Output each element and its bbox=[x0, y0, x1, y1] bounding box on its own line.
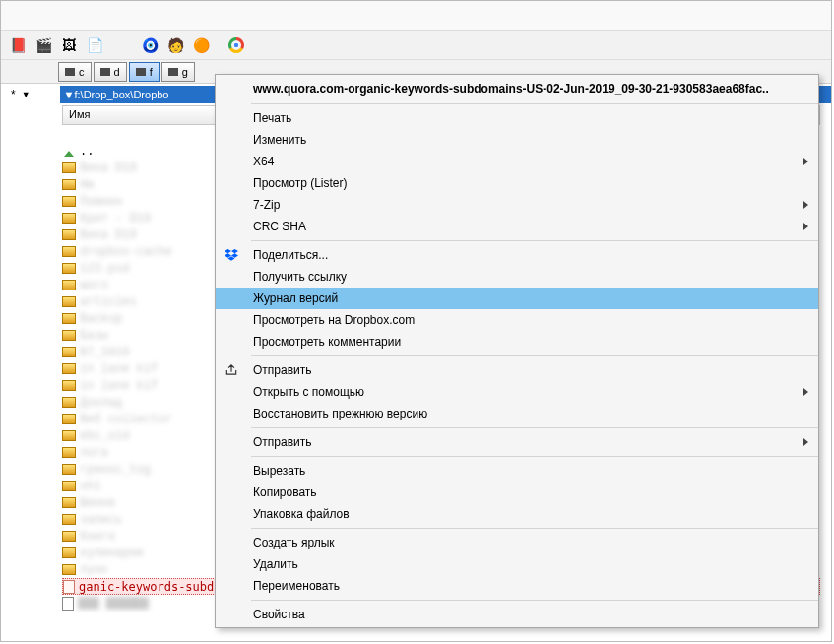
folder-icon bbox=[62, 531, 76, 542]
context-menu-item[interactable]: Просмотреть на Dropbox.com bbox=[216, 309, 818, 331]
toolbar-icon-1[interactable]: 🎬 bbox=[33, 35, 53, 55]
folder-icon bbox=[62, 514, 76, 525]
file-icon bbox=[62, 597, 74, 611]
context-menu-item[interactable]: Упаковка файлов bbox=[216, 503, 818, 525]
folder-icon bbox=[62, 497, 76, 508]
folder-name-blurred: ebc_old bbox=[80, 429, 198, 443]
toolbar: 📕 🎬 🖼 📄 🧿 🧑 🟠 bbox=[1, 31, 831, 60]
folder-icon bbox=[62, 246, 76, 257]
folder-icon bbox=[62, 280, 76, 290]
folder-icon bbox=[62, 430, 76, 441]
context-menu-item[interactable]: Восстановить прежнюю версию bbox=[216, 403, 818, 424]
submenu-arrow-icon bbox=[803, 388, 808, 396]
context-menu-separator bbox=[251, 355, 818, 356]
toolbar-icon-6[interactable]: 🟠 bbox=[191, 35, 211, 55]
folder-name-blurred: гренос_tog bbox=[80, 463, 198, 477]
folder-icon bbox=[62, 213, 76, 224]
folder-icon bbox=[62, 330, 76, 341]
toolbar-icon-3[interactable]: 📄 bbox=[85, 35, 104, 55]
folder-name-blurred: B7_1010 bbox=[80, 346, 198, 359]
svg-point-3 bbox=[234, 42, 239, 47]
folder-icon bbox=[62, 296, 76, 307]
context-menu-item[interactable]: Получить ссылку bbox=[216, 266, 818, 288]
context-menu-separator bbox=[251, 427, 818, 428]
toolbar-icon-2[interactable]: 🖼 bbox=[59, 35, 79, 55]
folder-name-blurred: in lane kif bbox=[80, 362, 198, 376]
folder-name-blurred: лунк bbox=[80, 563, 198, 577]
submenu-arrow-icon bbox=[803, 438, 808, 446]
folder-name-blurred: кулинария bbox=[80, 547, 198, 560]
context-menu-item[interactable]: 7-Zip bbox=[216, 194, 818, 216]
menubar bbox=[1, 1, 831, 31]
folder-icon bbox=[62, 179, 76, 190]
folder-icon bbox=[62, 196, 76, 207]
folder-icon bbox=[62, 347, 76, 357]
folder-name-blurred: Книги bbox=[80, 530, 198, 544]
folder-name-blurred: Базы bbox=[80, 329, 198, 343]
drive-g[interactable]: g bbox=[161, 62, 195, 82]
submenu-arrow-icon bbox=[803, 223, 808, 230]
drive-d[interactable]: d bbox=[94, 62, 127, 82]
submenu-arrow-icon bbox=[803, 201, 808, 209]
context-menu-separator bbox=[251, 240, 818, 241]
context-menu-item[interactable]: Открыть с помощью bbox=[216, 381, 818, 403]
context-menu-title: www.quora.com-organic-keywords-subdomain… bbox=[216, 77, 818, 100]
toolbar-icon-4[interactable]: 🧿 bbox=[140, 35, 160, 55]
folder-icon bbox=[62, 380, 76, 391]
context-menu-item[interactable]: CRC SHA bbox=[216, 216, 818, 237]
drive-c[interactable]: c bbox=[58, 62, 92, 82]
folder-name-blurred: запись bbox=[80, 513, 198, 527]
context-menu-item[interactable]: Отправить bbox=[216, 431, 818, 453]
context-menu-item[interactable]: Изменить bbox=[216, 129, 818, 151]
folder-name-blurred: Крит - D19 bbox=[80, 212, 198, 225]
history-dropdown[interactable]: ▼ bbox=[22, 90, 31, 99]
folder-name-blurred: Шинна bbox=[80, 496, 198, 510]
folder-icon bbox=[62, 229, 76, 240]
folder-name-blurred: Веб collector bbox=[80, 413, 198, 426]
context-menu-item[interactable]: Удалить bbox=[216, 553, 818, 575]
updir-icon bbox=[62, 145, 76, 159]
folder-name-blurred: Помнин bbox=[80, 195, 198, 209]
context-menu: www.quora.com-organic-keywords-subdomain… bbox=[215, 74, 819, 628]
submenu-arrow-icon bbox=[803, 158, 808, 165]
context-menu-item[interactable]: Печать bbox=[216, 107, 818, 129]
toolbar-icon-0[interactable]: 📕 bbox=[8, 35, 28, 55]
file-icon bbox=[63, 580, 75, 594]
folder-name-blurred: ohl bbox=[80, 480, 198, 493]
folder-icon bbox=[62, 447, 76, 458]
folder-icon bbox=[62, 313, 76, 324]
dropbox-icon bbox=[224, 247, 239, 263]
folder-icon bbox=[62, 363, 76, 374]
context-menu-item[interactable]: Просмотреть комментарии bbox=[216, 331, 818, 353]
context-menu-item[interactable]: Поделиться... bbox=[216, 244, 818, 266]
context-menu-item[interactable]: X64 bbox=[216, 151, 818, 172]
drive-f[interactable]: f bbox=[129, 62, 160, 82]
context-menu-separator bbox=[251, 456, 818, 457]
folder-name-blurred: 123.psd bbox=[80, 262, 198, 276]
folder-icon bbox=[62, 547, 76, 558]
folder-name-blurred: могл bbox=[80, 279, 198, 292]
folder-name-blurred: лога bbox=[80, 446, 198, 460]
context-menu-item[interactable]: Создать ярлык bbox=[216, 532, 818, 553]
context-menu-item[interactable]: Свойства bbox=[216, 604, 818, 625]
context-menu-separator bbox=[251, 528, 818, 529]
folder-icon bbox=[62, 397, 76, 408]
favorites-star[interactable]: * bbox=[11, 88, 16, 101]
folder-name-blurred: Backup bbox=[80, 312, 198, 326]
context-menu-item[interactable]: Просмотр (Lister) bbox=[216, 172, 818, 194]
folder-name-blurred: Доклад bbox=[80, 396, 198, 410]
context-menu-item[interactable]: Переименовать bbox=[216, 575, 818, 597]
context-menu-item[interactable]: Отправить bbox=[216, 359, 818, 381]
folder-icon bbox=[62, 564, 76, 575]
toolbar-icon-7[interactable] bbox=[226, 35, 246, 55]
toolbar-icon-5[interactable]: 🧑 bbox=[165, 35, 185, 55]
file-name-blurred: ███ ██████ bbox=[78, 597, 196, 611]
folder-name-blurred: Вика D19 bbox=[80, 161, 198, 175]
context-menu-separator bbox=[251, 600, 818, 601]
folder-icon bbox=[62, 263, 76, 274]
context-menu-item[interactable]: Журнал версий bbox=[216, 288, 818, 309]
folder-icon bbox=[62, 481, 76, 491]
context-menu-item[interactable]: Вырезать bbox=[216, 460, 818, 482]
context-menu-item[interactable]: Копировать bbox=[216, 482, 818, 503]
folder-name-blurred: Ню bbox=[80, 178, 198, 192]
